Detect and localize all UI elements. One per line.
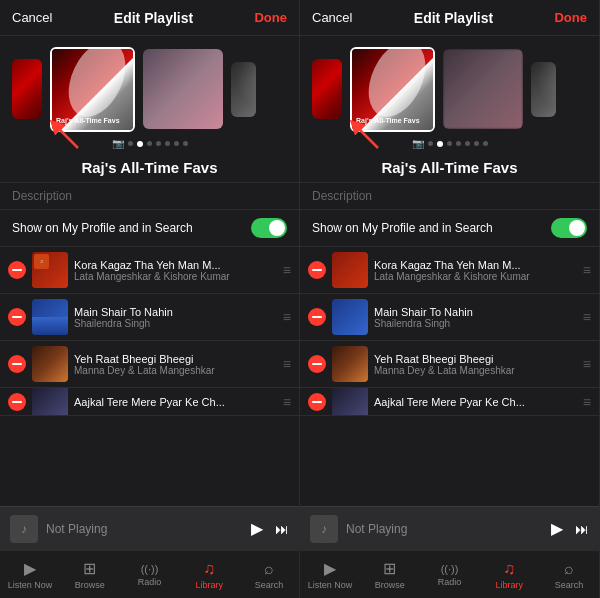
- now-playing-right: ♪ Not Playing ▶ ⏭: [300, 506, 599, 550]
- album-card-next-right[interactable]: [443, 49, 523, 129]
- dot-7-right[interactable]: [483, 141, 488, 146]
- dot-6-right[interactable]: [474, 141, 479, 146]
- dot-3-left[interactable]: [147, 141, 152, 146]
- np-music-icon-right: ♪: [310, 515, 338, 543]
- tab-search-left[interactable]: ⌕ Search: [239, 556, 299, 594]
- song-info-2-right: Yeh Raat Bheegi Bheegi Manna Dey & Lata …: [374, 353, 577, 376]
- drag-handle-0-right[interactable]: ≡: [583, 262, 591, 278]
- song-thumb-2-left: [32, 346, 68, 382]
- tab-browse-icon-left: ⊞: [83, 559, 96, 578]
- song-thumb-1-left: [32, 299, 68, 335]
- header-title-left: Edit Playlist: [114, 10, 193, 26]
- np-play-button-left[interactable]: ▶: [251, 519, 263, 538]
- description-field-left[interactable]: Description: [0, 182, 299, 210]
- toggle-switch-right[interactable]: [551, 218, 587, 238]
- remove-btn-1-right[interactable]: [308, 308, 326, 326]
- done-button-right[interactable]: Done: [554, 10, 587, 25]
- cancel-button-right[interactable]: Cancel: [312, 10, 352, 25]
- album-card-far-right[interactable]: [531, 62, 556, 117]
- np-music-icon-left: ♪: [10, 515, 38, 543]
- playlist-title-left[interactable]: Raj's All-Time Favs: [0, 155, 299, 182]
- tab-search-label-right: Search: [555, 580, 584, 590]
- remove-btn-2-right[interactable]: [308, 355, 326, 373]
- song-info-0-left: Kora Kagaz Tha Yeh Man M... Lata Mangesh…: [74, 259, 277, 282]
- album-card-partial-left[interactable]: [12, 59, 42, 119]
- drag-handle-3-right[interactable]: ≡: [583, 394, 591, 410]
- album-card-next-left[interactable]: [143, 49, 223, 129]
- song-artist-1-left: Shailendra Singh: [74, 318, 277, 329]
- carousel-dots-left: 📷: [0, 138, 299, 149]
- header-left: Cancel Edit Playlist Done: [0, 0, 299, 36]
- remove-btn-0-right[interactable]: [308, 261, 326, 279]
- dot-4-right[interactable]: [456, 141, 461, 146]
- dot-2-right[interactable]: [437, 141, 443, 147]
- dot-7-left[interactable]: [183, 141, 188, 146]
- dot-1-right[interactable]: [428, 141, 433, 146]
- song-artist-0-right: Lata Mangeshkar & Kishore Kumar: [374, 271, 577, 282]
- tab-listen-now-left[interactable]: ▶ Listen Now: [0, 555, 60, 594]
- remove-btn-0-left[interactable]: [8, 261, 26, 279]
- tab-browse-left[interactable]: ⊞ Browse: [60, 555, 120, 594]
- tab-radio-icon-left: ((·)): [141, 563, 159, 575]
- dot-3-right[interactable]: [447, 141, 452, 146]
- drag-handle-0-left[interactable]: ≡: [283, 262, 291, 278]
- drag-handle-3-left[interactable]: ≡: [283, 394, 291, 410]
- arrow-indicator-right: [350, 120, 380, 154]
- album-card-selected-right[interactable]: Raj's All-Time Favs: [350, 47, 435, 132]
- tab-search-right[interactable]: ⌕ Search: [539, 556, 599, 594]
- tab-library-right[interactable]: ♫ Library: [479, 556, 539, 594]
- song-item-2-right: Yeh Raat Bheegi Bheegi Manna Dey & Lata …: [300, 341, 599, 388]
- np-skip-button-right[interactable]: ⏭: [575, 521, 589, 537]
- carousel-track-right: Raj's All-Time Favs: [300, 44, 599, 134]
- tab-radio-left[interactable]: ((·)) Radio: [120, 559, 180, 591]
- dot-5-left[interactable]: [165, 141, 170, 146]
- header-right: Cancel Edit Playlist Done: [300, 0, 599, 36]
- header-title-right: Edit Playlist: [414, 10, 493, 26]
- song-list-left: ♫ Kora Kagaz Tha Yeh Man M... Lata Mange…: [0, 247, 299, 506]
- np-play-button-right[interactable]: ▶: [551, 519, 563, 538]
- song-item-3-right: Aajkal Tere Mere Pyar Ke Ch... ≡: [300, 388, 599, 416]
- tab-radio-right[interactable]: ((·)) Radio: [420, 559, 480, 591]
- np-controls-left: ▶ ⏭: [251, 519, 289, 538]
- tab-browse-right[interactable]: ⊞ Browse: [360, 555, 420, 594]
- drag-handle-2-right[interactable]: ≡: [583, 356, 591, 372]
- song-title-3-right: Aajkal Tere Mere Pyar Ke Ch...: [374, 396, 577, 408]
- playlist-title-right[interactable]: Raj's All-Time Favs: [300, 155, 599, 182]
- song-title-1-right: Main Shair To Nahin: [374, 306, 577, 318]
- song-title-2-right: Yeh Raat Bheegi Bheegi: [374, 353, 577, 365]
- toggle-switch-left[interactable]: [251, 218, 287, 238]
- remove-btn-1-left[interactable]: [8, 308, 26, 326]
- song-title-0-right: Kora Kagaz Tha Yeh Man M...: [374, 259, 577, 271]
- cancel-button-left[interactable]: Cancel: [12, 10, 52, 25]
- song-item-0-left: ♫ Kora Kagaz Tha Yeh Man M... Lata Mange…: [0, 247, 299, 294]
- dot-5-right[interactable]: [465, 141, 470, 146]
- song-item-1-right: Main Shair To Nahin Shailendra Singh ≡: [300, 294, 599, 341]
- song-thumb-1-right: [332, 299, 368, 335]
- dot-6-left[interactable]: [174, 141, 179, 146]
- done-button-left[interactable]: Done: [254, 10, 287, 25]
- description-field-right[interactable]: Description: [300, 182, 599, 210]
- song-thumb-0-left: ♫: [32, 252, 68, 288]
- drag-handle-2-left[interactable]: ≡: [283, 356, 291, 372]
- album-card-far-left[interactable]: [231, 62, 256, 117]
- np-skip-button-left[interactable]: ⏭: [275, 521, 289, 537]
- dot-2-left[interactable]: [137, 141, 143, 147]
- album-card-selected-left[interactable]: Raj's All-Time Favs: [50, 47, 135, 132]
- drag-handle-1-left[interactable]: ≡: [283, 309, 291, 325]
- tab-listen-icon-left: ▶: [24, 559, 36, 578]
- toggle-label-right: Show on My Profile and in Search: [312, 221, 493, 235]
- dot-1-left[interactable]: [128, 141, 133, 146]
- album-card-partial-right[interactable]: [312, 59, 342, 119]
- song-info-1-right: Main Shair To Nahin Shailendra Singh: [374, 306, 577, 329]
- remove-btn-3-right[interactable]: [308, 393, 326, 411]
- tab-library-label-left: Library: [196, 580, 224, 590]
- tab-listen-now-right[interactable]: ▶ Listen Now: [300, 555, 360, 594]
- remove-btn-2-left[interactable]: [8, 355, 26, 373]
- remove-btn-3-left[interactable]: [8, 393, 26, 411]
- tab-library-left[interactable]: ♫ Library: [179, 556, 239, 594]
- svg-line-3: [355, 125, 378, 148]
- tab-search-label-left: Search: [255, 580, 284, 590]
- dot-4-left[interactable]: [156, 141, 161, 146]
- tab-bar-right: ▶ Listen Now ⊞ Browse ((·)) Radio ♫ Libr…: [300, 550, 599, 598]
- drag-handle-1-right[interactable]: ≡: [583, 309, 591, 325]
